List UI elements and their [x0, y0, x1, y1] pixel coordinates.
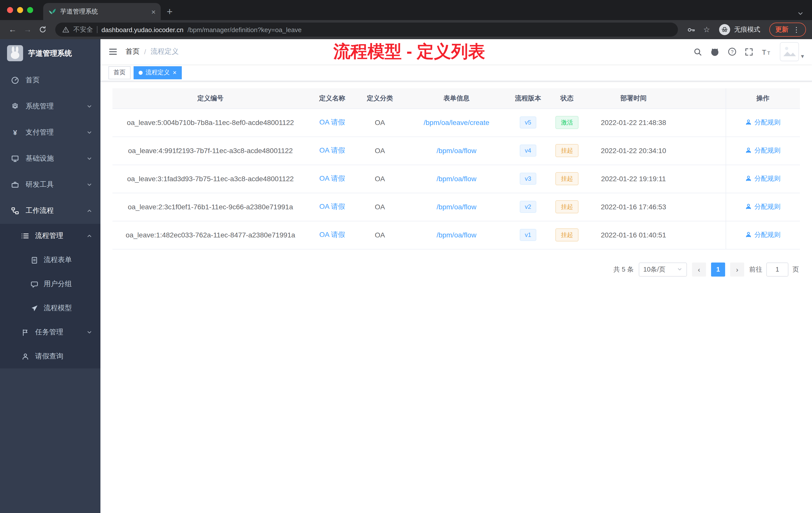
window-close-button[interactable]	[7, 7, 13, 13]
cell-category: OA	[356, 137, 404, 164]
back-button[interactable]: ←	[6, 25, 19, 34]
breadcrumb-home[interactable]: 首页	[125, 47, 140, 56]
chevron-down-icon	[86, 329, 92, 335]
logo-avatar	[7, 45, 23, 61]
sidebar-item-process-model[interactable]: 流程模型	[0, 296, 100, 320]
form-link[interactable]: /bpm/oa/flow	[437, 175, 476, 183]
assign-rule-link[interactable]: 分配规则	[746, 118, 781, 127]
cell-deploy-time: 2022-01-22 21:48:38	[587, 109, 680, 137]
tab-search-caret-icon[interactable]	[797, 10, 804, 17]
chevron-up-icon	[86, 208, 92, 214]
sidebar-item-label: 流程模型	[44, 304, 72, 313]
form-link[interactable]: /bpm/oa/flow	[437, 231, 476, 239]
next-page-button[interactable]: ›	[730, 262, 744, 276]
assign-rule-link[interactable]: 分配规则	[746, 202, 781, 211]
sidebar-logo[interactable]: 芋道管理系统	[0, 39, 100, 67]
hamburger-icon[interactable]	[100, 47, 125, 56]
cell-category: OA	[356, 193, 404, 221]
fullscreen-icon[interactable]	[742, 44, 757, 59]
tab-close-icon[interactable]: ×	[151, 8, 156, 15]
sidebar-item-system[interactable]: 系统管理	[0, 93, 100, 119]
sidebar-item-process-management[interactable]: 流程管理	[0, 224, 100, 248]
assign-rule-link[interactable]: 分配规则	[746, 174, 781, 183]
breadcrumb-separator: /	[144, 48, 146, 56]
form-link[interactable]: /bpm/oa/leave/create	[424, 118, 489, 126]
sidebar-item-label: 首页	[26, 76, 40, 85]
toolbox-icon	[11, 181, 19, 189]
svg-text:T: T	[762, 48, 766, 56]
tag-home[interactable]: 首页	[109, 66, 130, 79]
new-tab-button[interactable]: +	[167, 6, 173, 17]
sidebar-item-label: 流程表单	[44, 255, 72, 265]
definition-name-link[interactable]: OA 请假	[319, 174, 345, 182]
col-header-category: 定义分类	[356, 88, 404, 109]
sidebar-item-workflow[interactable]: 工作流程	[0, 198, 100, 224]
sidebar-item-process-form[interactable]: 流程表单	[0, 248, 100, 272]
incognito-badge[interactable]: 无痕模式	[719, 24, 760, 35]
url-host: dashboard.yudao.iocoder.cn	[102, 26, 183, 33]
omnibox-divider	[97, 26, 97, 33]
cell-deploy-time: 2022-01-16 01:40:51	[587, 221, 680, 249]
sidebar-item-label: 工作流程	[26, 206, 54, 215]
page-size-select[interactable]: 10条/页	[639, 262, 687, 276]
browser-menu-icon[interactable]: ⋮	[793, 26, 800, 34]
browser-tab[interactable]: 芋道管理系统 ×	[43, 3, 161, 20]
sidebar-item-infrastructure[interactable]: 基础设施	[0, 146, 100, 172]
svg-text:?: ?	[731, 49, 734, 55]
sidebar-item-payment[interactable]: ¥ 支付管理	[0, 119, 100, 146]
navbar-actions: ? TT ▾	[691, 42, 812, 61]
definition-name-link[interactable]: OA 请假	[319, 146, 345, 154]
sidebar-item-label: 请假查询	[35, 352, 63, 361]
sidebar-item-label: 流程管理	[35, 232, 63, 240]
window-zoom-button[interactable]	[27, 7, 33, 13]
sidebar-item-label: 系统管理	[26, 102, 54, 111]
password-key-icon[interactable]	[684, 25, 698, 34]
chevron-down-icon	[86, 103, 92, 110]
status-badge: 挂起	[555, 144, 579, 157]
user-menu[interactable]: ▾	[780, 42, 804, 61]
page-1-button[interactable]: 1	[711, 262, 725, 276]
sidebar-item-home[interactable]: 首页	[0, 67, 100, 93]
bookmark-star-icon[interactable]: ☆	[700, 25, 713, 34]
screen: 芋道管理系统 × + ← → 不安全 dashboard.yudao.iocod…	[0, 0, 812, 513]
tag-process-definition[interactable]: 流程定义 ×	[134, 66, 181, 79]
definition-name-link[interactable]: OA 请假	[319, 202, 345, 210]
assign-rule-link[interactable]: 分配规则	[746, 231, 781, 239]
sidebar-item-devtools[interactable]: 研发工具	[0, 172, 100, 198]
dashboard-icon	[11, 76, 19, 84]
gear-icon	[11, 102, 19, 111]
caret-down-icon: ▾	[801, 52, 804, 61]
sidebar-item-leave-query[interactable]: 请假查询	[0, 344, 100, 368]
version-badge: v2	[520, 201, 536, 213]
form-link[interactable]: /bpm/oa/flow	[437, 203, 476, 211]
incognito-icon	[719, 24, 730, 35]
sidebar-item-user-group[interactable]: 用户分组	[0, 272, 100, 296]
chevron-down-icon	[86, 182, 92, 188]
definition-name-link[interactable]: OA 请假	[319, 231, 345, 238]
assign-rule-link[interactable]: 分配规则	[746, 146, 781, 155]
help-icon[interactable]: ?	[725, 44, 740, 59]
cell-category: OA	[356, 109, 404, 137]
reload-button[interactable]	[36, 26, 49, 34]
browser-update-chip[interactable]: 更新 ⋮	[769, 23, 806, 37]
forward-button[interactable]: →	[21, 25, 34, 34]
table-header-row: 定义编号 定义名称 定义分类 表单信息 流程版本 状态 部署时间 操作	[113, 88, 800, 109]
address-bar[interactable]: 不安全 dashboard.yudao.iocoder.cn/bpm/manag…	[55, 23, 678, 37]
goto-page-input[interactable]: 1	[766, 262, 788, 276]
col-header-id: 定义编号	[113, 88, 308, 109]
tag-close-icon[interactable]: ×	[173, 69, 176, 76]
security-label[interactable]: 不安全	[73, 25, 93, 34]
goto-label: 前往	[749, 265, 762, 274]
github-icon[interactable]	[707, 44, 723, 59]
form-link[interactable]: /bpm/oa/flow	[437, 147, 476, 155]
font-size-icon[interactable]: TT	[759, 44, 774, 59]
monitor-icon	[11, 155, 19, 163]
version-badge: v5	[520, 117, 536, 128]
window-minimize-button[interactable]	[17, 7, 23, 13]
search-icon[interactable]	[691, 44, 705, 59]
prev-page-button[interactable]: ‹	[692, 262, 706, 276]
update-label[interactable]: 更新	[775, 25, 788, 34]
workflow-icon	[11, 207, 19, 215]
definition-name-link[interactable]: OA 请假	[319, 118, 345, 126]
sidebar-item-task-management[interactable]: 任务管理	[0, 320, 100, 344]
